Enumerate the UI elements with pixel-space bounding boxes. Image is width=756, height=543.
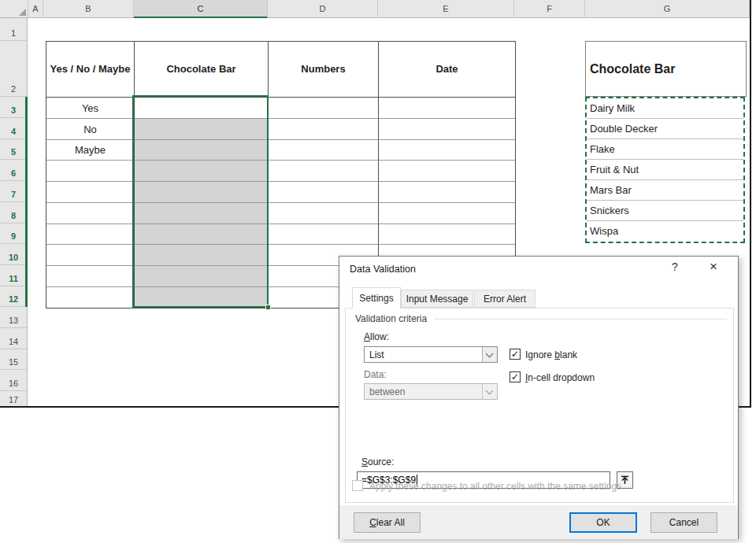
column-header-E[interactable]: E — [378, 0, 514, 18]
cell-D9[interactable] — [269, 224, 379, 245]
list-item-flake[interactable]: Flake — [587, 139, 743, 160]
cell-C4[interactable] — [135, 119, 269, 140]
source-mnemonic: S — [361, 456, 368, 467]
dialog-title: Data Validation — [350, 264, 416, 275]
cell-C7[interactable] — [135, 182, 269, 203]
row-header-1[interactable]: 1 — [0, 18, 28, 41]
tab-settings[interactable]: Settings — [352, 287, 401, 308]
cell-C11[interactable] — [135, 266, 269, 287]
cell-C6[interactable] — [135, 161, 269, 182]
in-cell-dropdown-checkbox[interactable]: ✓ — [510, 371, 521, 382]
cell-C10[interactable] — [135, 245, 269, 266]
clear-all-mnemonic: C — [369, 517, 376, 528]
table-header-chocolate-bar[interactable]: Chocolate Bar — [135, 42, 269, 98]
range-selector-icon — [621, 475, 629, 485]
row-header-2[interactable]: 2 — [0, 41, 28, 97]
cell-C5[interactable] — [135, 140, 269, 161]
cell-D5[interactable] — [269, 140, 379, 161]
source-rest: ource: — [368, 456, 394, 467]
cell-E3[interactable] — [379, 98, 515, 119]
row-header-16[interactable]: 16 — [0, 370, 28, 391]
row-header-4[interactable]: 4 — [0, 118, 28, 139]
table-header-date[interactable]: Date — [379, 42, 515, 98]
tab-error-alert[interactable]: Error Alert — [474, 290, 536, 308]
dropdown-button[interactable] — [482, 347, 497, 362]
cell-B8[interactable] — [46, 203, 135, 224]
tab-input-message[interactable]: Input Message — [401, 290, 473, 308]
close-icon[interactable]: × — [703, 259, 724, 276]
column-header-C[interactable]: C — [134, 0, 268, 18]
cell-E4[interactable] — [379, 119, 515, 140]
row-header-15[interactable]: 15 — [0, 349, 28, 370]
validation-criteria-label: Validation criteria — [355, 313, 427, 324]
cell-B3[interactable]: Yes — [46, 98, 135, 119]
row-header-9[interactable]: 9 — [0, 223, 28, 244]
row-header-6[interactable]: 6 — [0, 160, 28, 181]
ignore-blank-pre: Ignore — [525, 349, 554, 360]
cell-B5[interactable]: Maybe — [46, 140, 135, 161]
cell-B11[interactable] — [46, 266, 135, 287]
cell-B7[interactable] — [46, 182, 135, 203]
select-all-corner[interactable] — [0, 0, 28, 18]
column-header-G[interactable]: G — [585, 0, 750, 18]
list-item-wispa[interactable]: Wispa — [587, 221, 743, 242]
cell-E6[interactable] — [379, 161, 515, 182]
group-divider — [434, 319, 727, 320]
list-item-dairy-milk[interactable]: Dairy Milk — [587, 98, 743, 119]
column-header-F[interactable]: F — [514, 0, 585, 18]
list-item-double-decker[interactable]: Double Decker — [587, 119, 743, 139]
list-item-mars-bar[interactable]: Mars Bar — [587, 180, 743, 201]
row-header-13[interactable]: 13 — [0, 307, 28, 328]
allow-dropdown[interactable]: List — [364, 346, 498, 363]
list-item-fruit-nut[interactable]: Fruit & Nut — [587, 160, 743, 180]
cell-D7[interactable] — [269, 182, 379, 203]
cell-B4[interactable]: No — [46, 119, 135, 140]
cell-C12[interactable] — [135, 287, 269, 308]
data-validation-dialog: Data Validation ? × Settings Input Messa… — [339, 256, 739, 539]
cell-D6[interactable] — [269, 161, 379, 182]
source-range-G3-G9: Dairy Milk Double Decker Flake Fruit & N… — [585, 97, 745, 243]
allow-dropdown-value: List — [369, 349, 384, 360]
cell-B9[interactable] — [46, 224, 135, 245]
cell-B6[interactable] — [46, 161, 135, 182]
column-header-A[interactable]: A — [28, 0, 43, 18]
cell-G2-list-title[interactable]: Chocolate Bar — [585, 41, 747, 97]
row-header-12[interactable]: 12 — [0, 286, 28, 307]
row-header-5[interactable]: 5 — [0, 139, 28, 160]
ok-button[interactable]: OK — [569, 512, 637, 533]
column-header-D[interactable]: D — [268, 0, 378, 18]
row-header-10[interactable]: 10 — [0, 244, 28, 265]
row-header-11[interactable]: 11 — [0, 265, 28, 286]
cell-B12[interactable] — [46, 287, 135, 308]
cell-D8[interactable] — [269, 203, 379, 224]
row-header-3[interactable]: 3 — [0, 97, 28, 118]
cell-D3[interactable] — [269, 98, 379, 119]
clear-all-rest: lear All — [376, 517, 405, 528]
row-header-8[interactable]: 8 — [0, 202, 28, 223]
cell-E9[interactable] — [379, 224, 515, 245]
in-cell-rest: n-cell dropdown — [528, 372, 595, 383]
cell-C9[interactable] — [135, 224, 269, 245]
cell-E7[interactable] — [379, 182, 515, 203]
cell-B10[interactable] — [46, 245, 135, 266]
allow-label-rest: llow: — [370, 331, 389, 342]
cell-D4[interactable] — [269, 119, 379, 140]
table-header-yes-no-maybe[interactable]: Yes / No / Maybe — [46, 42, 135, 98]
allow-label: Allow: — [364, 331, 389, 342]
clear-all-button[interactable]: Clear All — [354, 512, 421, 533]
row-header-7[interactable]: 7 — [0, 181, 28, 202]
table-header-numbers[interactable]: Numbers — [269, 42, 379, 98]
cell-C3-active[interactable] — [135, 98, 269, 119]
cell-E5[interactable] — [379, 140, 515, 161]
cancel-button[interactable]: Cancel — [650, 512, 717, 533]
list-item-snickers[interactable]: Snickers — [587, 201, 743, 221]
select-all-triangle-icon — [19, 9, 26, 16]
row-header-14[interactable]: 14 — [0, 328, 28, 349]
column-header-B[interactable]: B — [43, 0, 134, 18]
ignore-blank-checkbox[interactable]: ✓ — [510, 349, 521, 360]
apply-changes-label: Apply these changes to all other cells w… — [369, 481, 621, 492]
cell-E8[interactable] — [379, 203, 515, 224]
help-icon[interactable]: ? — [666, 260, 684, 276]
row-header-17[interactable]: 17 — [0, 391, 28, 407]
cell-C8[interactable] — [135, 203, 269, 224]
